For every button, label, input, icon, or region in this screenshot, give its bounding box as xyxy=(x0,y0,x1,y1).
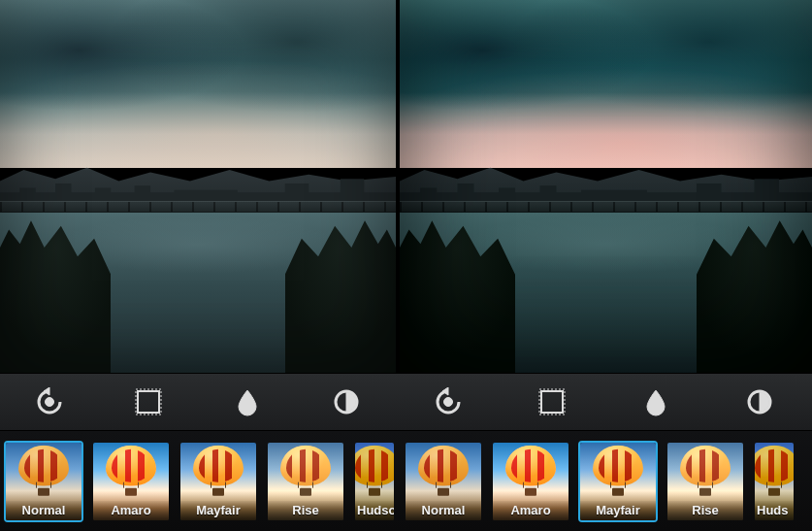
filter-label: Hudso xyxy=(355,501,394,520)
balloon-icon xyxy=(187,445,249,501)
filter-normal[interactable]: Normal xyxy=(404,441,483,522)
border-button[interactable] xyxy=(533,382,571,421)
droplet-icon xyxy=(233,387,262,416)
lux-button[interactable] xyxy=(740,382,779,421)
balloon-icon xyxy=(100,445,162,501)
toolbar-left xyxy=(0,374,396,430)
filter-label: Normal xyxy=(406,501,481,520)
filter-strip[interactable]: NormalAmaroMayfairRiseHudsoNormalAmaroMa… xyxy=(0,431,812,531)
rotate-icon xyxy=(35,387,64,416)
preview-right[interactable] xyxy=(400,0,812,373)
filter-rise[interactable]: Rise xyxy=(266,441,345,522)
tiltshift-button[interactable] xyxy=(636,382,675,421)
border-button[interactable] xyxy=(129,382,168,421)
contrast-icon xyxy=(332,387,361,416)
rotate-button[interactable] xyxy=(30,382,69,421)
toolbar-right xyxy=(396,374,812,430)
filter-label: Rise xyxy=(268,501,343,520)
filter-hudson[interactable]: Huds xyxy=(753,441,796,522)
preview-image xyxy=(400,0,812,373)
preview-row xyxy=(0,0,812,373)
balloon-icon xyxy=(674,445,736,501)
contrast-icon xyxy=(745,387,774,416)
balloon-icon xyxy=(500,445,562,501)
filter-amaro[interactable]: Amaro xyxy=(91,441,171,522)
frame-icon xyxy=(134,387,163,416)
rotate-button[interactable] xyxy=(429,382,468,421)
toolbars xyxy=(0,373,812,431)
filter-hudson[interactable]: Hudso xyxy=(353,441,396,522)
filter-label: Mayfair xyxy=(580,501,656,520)
filter-label: Rise xyxy=(667,501,743,520)
balloon-icon xyxy=(753,445,796,501)
filter-label: Amaro xyxy=(93,501,169,520)
balloon-icon xyxy=(412,445,474,501)
balloon-icon xyxy=(13,445,75,501)
balloon-icon xyxy=(353,445,396,501)
tiltshift-button[interactable] xyxy=(228,382,267,421)
frame-icon xyxy=(537,387,567,416)
filter-mayfair[interactable]: Mayfair xyxy=(578,441,658,522)
filter-label: Normal xyxy=(6,501,81,520)
filter-label: Amaro xyxy=(493,501,568,520)
balloon-icon xyxy=(275,445,337,501)
balloon-icon xyxy=(587,445,649,501)
filter-label: Huds xyxy=(755,501,794,520)
filter-mayfair[interactable]: Mayfair xyxy=(179,441,258,522)
filter-rise[interactable]: Rise xyxy=(666,441,745,522)
filter-normal[interactable]: Normal xyxy=(4,441,83,522)
filter-label: Mayfair xyxy=(180,501,256,520)
preview-image xyxy=(0,0,396,373)
droplet-icon xyxy=(641,387,670,416)
preview-left[interactable] xyxy=(0,0,396,373)
rotate-icon xyxy=(434,387,463,416)
filter-amaro[interactable]: Amaro xyxy=(491,441,570,522)
lux-button[interactable] xyxy=(327,382,366,421)
